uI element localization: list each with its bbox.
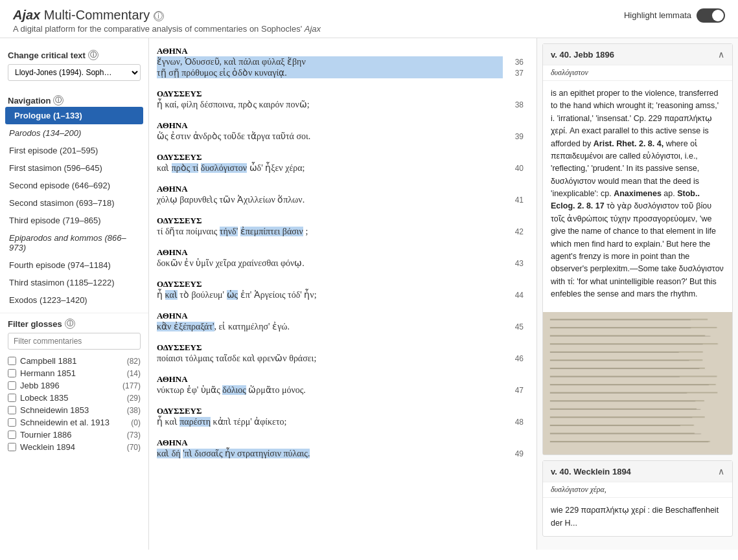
line-row-0-0[interactable]: ἔγνων, Ὀδυσσεῦ, καὶ πάλαι φύλαξ ἔβην36 xyxy=(157,56,529,67)
speaker-0: ΑΘΗΝΑ xyxy=(157,46,529,56)
line-text-12-0: καὶ δή 'πὶ δισσαῖς ἦν στρατηγίσιν πύλαις… xyxy=(157,448,503,459)
text-block-5: ΟΔΥΣΣΕΥΣτί δῆτα ποίμναις τήνδ' ἐπεμπίπτε… xyxy=(149,208,536,240)
text-block-8: ΑΘΗΝΑκἂν ἐξέπραξάτ', εἰ κατημέλησ' ἐγώ.4… xyxy=(149,303,536,335)
nav-item-5[interactable]: Second stasimon (693–718) xyxy=(0,194,148,212)
line-row-0-1[interactable]: τῇ σῇ πρόθυμος εἰς ὁδὸν κυναγίᾳ.37 xyxy=(157,67,529,78)
speaker-11: ΟΔΥΣΣΕΥΣ xyxy=(157,406,529,416)
line-text-11-0: ἦ καὶ παρέστη κἀπὶ τέρμ' ἀφίκετο; xyxy=(157,416,503,427)
line-row-1-0[interactable]: ἦ καί, φίλη δέσποινα, πρὸς καιρόν πονῶ;3… xyxy=(157,99,529,110)
nav-item-9[interactable]: Third stasimon (1185–1222) xyxy=(0,274,148,291)
navigation-section: Navigation ⓘ Prologue (1–133)Parodos (13… xyxy=(0,90,148,309)
commentary-cards-container: v. 40. Jebb 1896 ∧ δυσλόγιστονis an epit… xyxy=(537,43,738,537)
checkbox-item-1: Hermann 1851 (14) xyxy=(8,367,141,379)
nav-item-7[interactable]: Epiparodos and kommos (866–973) xyxy=(0,229,148,256)
line-row-5-0[interactable]: τί δῆτα ποίμναις τήνδ' ἐπεμπίπτει βάσιν … xyxy=(157,226,529,237)
speaker-12: ΑΘΗΝΑ xyxy=(157,438,529,448)
text-block-1: ΟΔΥΣΣΕΥΣἦ καί, φίλη δέσποινα, πρὸς καιρό… xyxy=(149,81,536,113)
commentary-card-0: v. 40. Jebb 1896 ∧ δυσλόγιστονis an epit… xyxy=(542,43,733,455)
highlight-toggle[interactable] xyxy=(697,8,725,23)
scan-image-canvas xyxy=(543,312,732,454)
app-header: Ajax Multi-Commentary ⓘ Highlight lemmat… xyxy=(0,0,738,38)
line-row-3-0[interactable]: καὶ πρὸς τί δυσλόγιστον ὧδ' ἧξεν χέρα;40 xyxy=(157,162,529,174)
checkbox-7[interactable] xyxy=(8,443,16,451)
critical-text-info-icon[interactable]: ⓘ xyxy=(88,50,98,60)
nav-item-1[interactable]: Parodos (134–200) xyxy=(0,124,148,142)
text-block-11: ΟΔΥΣΣΕΥΣἦ καὶ παρέστη κἀπὶ τέρμ' ἀφίκετο… xyxy=(149,398,536,430)
line-number-10-0: 47 xyxy=(503,386,529,395)
checkbox-1[interactable] xyxy=(8,369,16,377)
speaker-1: ΟΔΥΣΣΕΥΣ xyxy=(157,89,529,99)
checkbox-3[interactable] xyxy=(8,394,16,402)
nav-item-0[interactable]: Prologue (1–133) xyxy=(5,107,143,124)
commentary-body-0: is an epithet proper to the violence, tr… xyxy=(543,81,732,307)
checkbox-4[interactable] xyxy=(8,406,16,414)
filter-section: Filter glosses ⓘ Campbell 1881 (82) Herm… xyxy=(0,313,148,458)
speaker-9: ΟΔΥΣΣΕΥΣ xyxy=(157,342,529,353)
line-row-12-0[interactable]: καὶ δή 'πὶ δισσαῖς ἦν στρατηγίσιν πύλαις… xyxy=(157,448,529,459)
line-number-5-0: 42 xyxy=(503,227,529,236)
speaker-5: ΟΔΥΣΣΕΥΣ xyxy=(157,216,529,226)
line-text-6-0: δοκῶν ἐν ὑμῖν χεῖρα χραίνεσθαι φόνῳ. xyxy=(157,258,503,269)
checkbox-label-1: Hermann 1851 xyxy=(20,368,76,378)
speaker-3: ΟΔΥΣΣΕΥΣ xyxy=(157,152,529,162)
speaker-8: ΑΘΗΝΑ xyxy=(157,311,529,321)
line-row-7-0[interactable]: ἦ καὶ τὸ βούλευμ' ὡς ἐπ' Ἀργείοις τόδ' ἦ… xyxy=(157,289,529,300)
checkbox-count-4: (38) xyxy=(127,406,141,415)
commentary-chevron-1: ∧ xyxy=(718,466,724,476)
speaker-10: ΑΘΗΝΑ xyxy=(157,374,529,385)
nav-item-6[interactable]: Third episode (719–865) xyxy=(0,212,148,229)
commentary-panel: v. 40. Jebb 1896 ∧ δυσλόγιστονis an epit… xyxy=(537,38,738,550)
checkbox-count-1: (14) xyxy=(127,369,141,378)
nav-item-10[interactable]: Exodos (1223–1420) xyxy=(0,291,148,309)
line-row-8-0[interactable]: κἂν ἐξέπραξάτ', εἰ κατημέλησ' ἐγώ.45 xyxy=(157,321,529,332)
line-row-4-0[interactable]: χόλῳ βαρυνθεὶς τῶν Ἀχιλλείων ὅπλων.41 xyxy=(157,194,529,205)
header-info-icon[interactable]: ⓘ xyxy=(154,11,164,21)
critical-text-dropdown[interactable]: Lloyd-Jones (1994). Soph… xyxy=(8,64,141,81)
line-row-10-0[interactable]: νύκτωρ ἐφ' ὑμᾶς δόλιος ὥρμᾶτο μόνος.47 xyxy=(157,385,529,396)
checkbox-0[interactable] xyxy=(8,357,16,365)
nav-item-8[interactable]: Fourth episode (974–1184) xyxy=(0,256,148,274)
checkbox-6[interactable] xyxy=(8,431,16,439)
text-block-9: ΟΔΥΣΣΕΥΣποίαισι τόλμαις ταῖσδε καὶ φρενῶ… xyxy=(149,335,536,366)
checkbox-item-3: Lobeck 1835 (29) xyxy=(8,392,141,404)
nav-item-3[interactable]: First stasimon (596–645) xyxy=(0,159,148,177)
checkbox-item-2: Jebb 1896 (177) xyxy=(8,379,141,392)
navigation-info-icon[interactable]: ⓘ xyxy=(53,95,63,106)
line-text-9-0: ποίαισι τόλμαις ταῖσδε καὶ φρενῶν θράσει… xyxy=(157,353,503,364)
filter-input[interactable] xyxy=(8,333,141,350)
nav-item-2[interactable]: First episode (201–595) xyxy=(0,142,148,159)
line-number-12-0: 49 xyxy=(503,449,529,458)
app-subtitle: A digital platform for the comparative a… xyxy=(13,24,725,34)
line-text-1-0: ἦ καί, φίλη δέσποινα, πρὸς καιρόν πονῶ; xyxy=(157,99,503,110)
line-text-0-0: ἔγνων, Ὀδυσσεῦ, καὶ πάλαι φύλαξ ἔβην xyxy=(157,56,503,67)
checkbox-count-2: (177) xyxy=(122,381,141,390)
line-row-9-0[interactable]: ποίαισι τόλμαις ταῖσδε καὶ φρενῶν θράσει… xyxy=(157,353,529,364)
line-row-6-0[interactable]: δοκῶν ἐν ὑμῖν χεῖρα χραίνεσθαι φόνῳ.43 xyxy=(157,258,529,269)
speaker-4: ΑΘΗΝΑ xyxy=(157,184,529,194)
commentary-title-0: v. 40. Jebb 1896 xyxy=(551,50,614,60)
checkbox-label-2: Jebb 1896 xyxy=(20,381,60,390)
line-text-3-0: καὶ πρὸς τί δυσλόγιστον ὧδ' ἧξεν χέρα; xyxy=(157,162,503,174)
checkbox-count-6: (73) xyxy=(127,431,141,440)
line-text-0-1: τῇ σῇ πρόθυμος εἰς ὁδὸν κυναγίᾳ. xyxy=(157,67,503,78)
filter-info-icon[interactable]: ⓘ xyxy=(65,319,75,329)
line-text-5-0: τί δῆτα ποίμναις τήνδ' ἐπεμπίπτει βάσιν … xyxy=(157,226,503,237)
checkbox-5[interactable] xyxy=(8,418,16,427)
speaker-6: ΑΘΗΝΑ xyxy=(157,247,529,258)
checkbox-label-6: Tournier 1886 xyxy=(20,430,72,440)
line-number-3-0: 40 xyxy=(503,164,529,173)
checkbox-label-0: Campbell 1881 xyxy=(20,356,76,366)
line-text-7-0: ἦ καὶ τὸ βούλευμ' ὡς ἐπ' Ἀργείοις τόδ' ἦ… xyxy=(157,289,503,300)
checkbox-2[interactable] xyxy=(8,381,16,390)
commentary-header-0[interactable]: v. 40. Jebb 1896 ∧ xyxy=(543,44,732,65)
text-block-7: ΟΔΥΣΣΕΥΣἦ καὶ τὸ βούλευμ' ὡς ἐπ' Ἀργείοι… xyxy=(149,271,536,303)
line-number-0-0: 36 xyxy=(503,58,529,67)
line-row-11-0[interactable]: ἦ καὶ παρέστη κἀπὶ τέρμ' ἀφίκετο;48 xyxy=(157,416,529,427)
line-text-8-0: κἂν ἐξέπραξάτ', εἰ κατημέλησ' ἐγώ. xyxy=(157,321,503,332)
line-row-2-0[interactable]: ὥς ἐστιν ἀνδρὸς τοῦδε τἄργα ταῦτά σοι.39 xyxy=(157,131,529,142)
checkbox-item-4: Schneidewin 1853 (38) xyxy=(8,404,141,416)
commentary-header-1[interactable]: v. 40. Wecklein 1894 ∧ xyxy=(543,461,732,482)
nav-item-4[interactable]: Second episode (646–692) xyxy=(0,177,148,194)
line-text-4-0: χόλῳ βαρυνθεὶς τῶν Ἀχιλλείων ὅπλων. xyxy=(157,194,503,205)
checkbox-count-5: (0) xyxy=(131,418,141,427)
